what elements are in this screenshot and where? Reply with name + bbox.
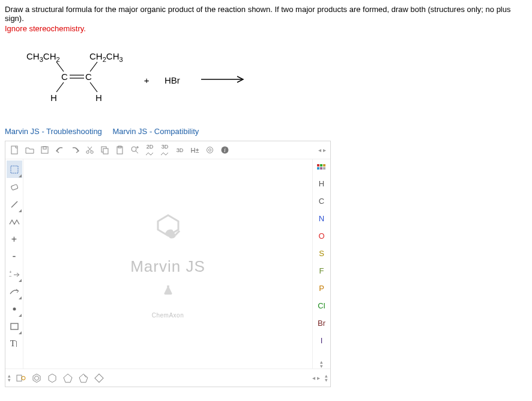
chain-tool[interactable] xyxy=(7,213,22,230)
open-icon[interactable] xyxy=(22,142,37,158)
bottom-updown2[interactable]: ▴▾ xyxy=(325,374,328,382)
text-tool[interactable]: T xyxy=(7,335,22,352)
redo-icon[interactable] xyxy=(67,142,82,158)
charge-minus-tool[interactable]: - xyxy=(7,248,22,265)
chemaxon-logo-icon xyxy=(163,284,174,295)
bottom-updown[interactable]: ▴▾ xyxy=(8,374,11,382)
template-benzene[interactable] xyxy=(29,370,44,385)
question-text: Draw a structural formula for the major … xyxy=(5,5,527,23)
svg-rect-41 xyxy=(320,164,322,167)
settings-icon[interactable] xyxy=(202,142,217,158)
svg-text:C: C xyxy=(85,72,92,82)
watermark-title: Marvin JS xyxy=(130,257,205,276)
svg-text:C: C xyxy=(61,72,68,82)
link-compatibility[interactable]: Marvin JS - Compatibility xyxy=(112,127,199,136)
svg-line-25 xyxy=(136,151,138,153)
svg-rect-42 xyxy=(323,164,325,167)
link-troubleshooting[interactable]: Marvin JS - Troubleshooting xyxy=(5,127,102,136)
svg-point-29 xyxy=(209,149,211,152)
template-cyclopentadiene[interactable] xyxy=(76,370,91,385)
periodic-table-icon[interactable] xyxy=(314,161,330,175)
svg-text:H: H xyxy=(95,93,102,103)
element-p[interactable]: P xyxy=(314,280,330,297)
svg-marker-48 xyxy=(33,374,40,382)
svg-text:i: i xyxy=(224,147,226,153)
right-scroll[interactable]: ▴▾ xyxy=(320,360,323,369)
svg-rect-13 xyxy=(11,146,17,154)
copy-icon[interactable] xyxy=(97,142,112,158)
svg-text:−: − xyxy=(9,274,12,278)
svg-line-34 xyxy=(11,201,17,207)
svg-rect-43 xyxy=(317,167,319,170)
element-h[interactable]: H xyxy=(314,175,330,192)
reactant-structure: CH3CH2 CH2CH3 C C H H xyxy=(26,50,128,110)
save-icon[interactable] xyxy=(37,142,52,158)
bond-tool[interactable] xyxy=(7,195,22,213)
info-icon[interactable]: i xyxy=(217,142,232,158)
svg-line-18 xyxy=(88,147,92,151)
element-o[interactable]: O xyxy=(314,227,330,245)
charge-plus-tool[interactable]: + xyxy=(7,230,22,248)
box-tool[interactable] xyxy=(7,317,22,335)
hydrogens-icon[interactable]: H± xyxy=(187,142,202,158)
watermark-icon xyxy=(147,209,189,251)
right-toolbar: H C N O S F P Cl Br I ▴▾ xyxy=(312,159,330,369)
svg-point-38 xyxy=(13,307,16,310)
paste-icon[interactable] xyxy=(112,142,127,158)
svg-text:H: H xyxy=(50,93,57,103)
top-toolbar: 2D 3D 3D H± i ◂ ▸ xyxy=(5,141,330,159)
svg-rect-44 xyxy=(320,167,322,170)
svg-point-24 xyxy=(131,147,136,152)
svg-line-3 xyxy=(90,62,97,72)
svg-rect-40 xyxy=(317,164,319,167)
svg-point-16 xyxy=(86,151,89,153)
arrow-tool[interactable] xyxy=(7,283,22,300)
reaction-arrow xyxy=(200,75,248,86)
select-tool[interactable] xyxy=(7,161,22,178)
element-br[interactable]: Br xyxy=(314,314,330,332)
svg-marker-52 xyxy=(79,374,88,382)
element-s[interactable]: S xyxy=(314,245,330,262)
clean2d-icon[interactable]: 2D xyxy=(142,142,157,158)
cut-icon[interactable] xyxy=(82,142,97,158)
svg-line-19 xyxy=(88,147,91,151)
erase-tool[interactable] xyxy=(7,178,22,195)
svg-line-9 xyxy=(90,82,97,92)
help-links: Marvin JS - Troubleshooting Marvin JS - … xyxy=(5,127,527,136)
element-f[interactable]: F xyxy=(314,262,330,280)
zoom-icon[interactable] xyxy=(127,142,142,158)
left-toolbar: + - +− T xyxy=(5,159,23,369)
svg-point-49 xyxy=(35,376,39,380)
undo-icon[interactable] xyxy=(52,142,67,158)
element-n[interactable]: N xyxy=(314,210,330,227)
rotate3d-icon[interactable]: 3D xyxy=(172,142,187,158)
template-cyclohexane[interactable] xyxy=(44,370,60,385)
svg-rect-32 xyxy=(11,166,18,173)
svg-rect-21 xyxy=(103,148,108,154)
watermark-brand: ChemAxon xyxy=(152,312,184,319)
plusminus-arrow-tool[interactable]: +− xyxy=(7,265,22,283)
svg-rect-14 xyxy=(41,147,48,153)
template-misc[interactable] xyxy=(13,370,29,385)
dot-tool[interactable] xyxy=(7,300,22,317)
drawing-canvas[interactable]: Marvin JS ChemAxon xyxy=(23,159,312,369)
svg-line-2 xyxy=(56,62,64,72)
svg-rect-54 xyxy=(95,373,103,382)
template-cyclopentane[interactable] xyxy=(60,370,76,385)
svg-point-17 xyxy=(91,151,93,153)
template-cyclobutane[interactable] xyxy=(91,370,107,385)
bottom-toolbar: ▴▾ ◂ ▸ ▴▾ xyxy=(5,369,330,387)
element-cl[interactable]: Cl xyxy=(314,297,330,314)
svg-marker-51 xyxy=(64,374,72,382)
element-c[interactable]: C xyxy=(314,192,330,210)
bottom-scroll[interactable]: ◂ ▸ xyxy=(310,375,322,381)
plus-sign: + xyxy=(144,75,150,85)
svg-rect-39 xyxy=(11,323,18,329)
reaction-diagram: CH3CH2 CH2CH3 C C H H + HBr xyxy=(5,44,527,116)
top-scroll[interactable]: ◂ ▸ xyxy=(316,147,328,153)
element-i[interactable]: I xyxy=(314,332,330,349)
svg-text:CH3CH2: CH3CH2 xyxy=(26,51,60,63)
new-icon[interactable] xyxy=(7,142,22,158)
svg-line-8 xyxy=(56,82,64,92)
clean3d-icon[interactable]: 3D xyxy=(157,142,172,158)
